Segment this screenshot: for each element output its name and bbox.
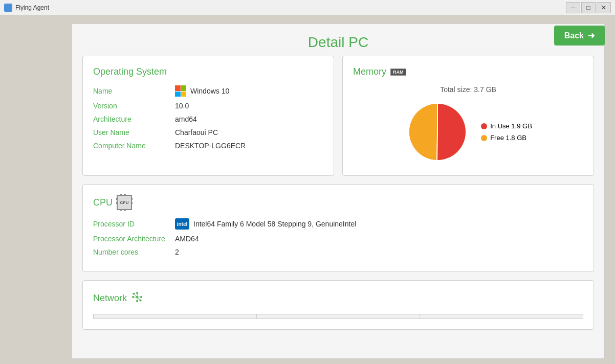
- free-dot: [481, 135, 487, 141]
- os-card: Operating System Name Windows 10 Vers: [82, 56, 334, 176]
- cpu-processor-id-value: intel Intel64 Family 6 Model 58 Stepping…: [175, 218, 356, 230]
- os-computername-row: Computer Name DESKTOP-LGG6ECR: [93, 142, 323, 150]
- cpu-arch-label: Processor Architecture: [93, 235, 175, 243]
- legend-free: Free 1.8 GB: [481, 134, 532, 142]
- os-name-row: Name Windows 10: [93, 85, 323, 97]
- memory-card: Memory RAM Total size: 3.7 GB: [342, 56, 594, 176]
- app-icon: [4, 4, 12, 12]
- cpu-chip-icon: CPU: [117, 195, 132, 210]
- back-label: Back: [564, 31, 584, 40]
- os-header-label: Operating System: [93, 66, 167, 77]
- cpu-card: CPU CPU Processor ID intel Intel6: [82, 184, 594, 272]
- os-name-label: Name: [93, 87, 175, 95]
- memory-header-label: Memory: [353, 66, 386, 77]
- back-button[interactable]: Back ➜: [554, 26, 605, 46]
- memory-chart-area: In Use 1.9 GB Free 1.8 GB: [404, 99, 532, 165]
- in-use-label: In Use 1.9 GB: [490, 122, 532, 130]
- svg-line-15: [137, 297, 141, 301]
- network-col-2: [257, 314, 420, 319]
- os-computername-label: Computer Name: [93, 142, 175, 150]
- back-arrow-icon: ➜: [588, 31, 595, 40]
- svg-line-2: [437, 132, 437, 160]
- network-table-header: [94, 314, 583, 319]
- close-button[interactable]: ✕: [597, 2, 611, 13]
- top-row: Operating System Name Windows 10 Vers: [82, 56, 594, 184]
- content-panel: Detail PC Operating System Name: [72, 24, 605, 359]
- legend-in-use: In Use 1.9 GB: [481, 122, 532, 130]
- os-name-value: Windows 10: [175, 85, 229, 97]
- cpu-arch-value: AMD64: [175, 235, 199, 243]
- network-header-label: Network: [93, 293, 127, 304]
- free-label: Free 1.8 GB: [490, 134, 526, 142]
- cpu-processor-id-row: Processor ID intel Intel64 Family 6 Mode…: [93, 218, 583, 230]
- in-use-dot: [481, 123, 487, 129]
- maximize-button[interactable]: □: [581, 2, 596, 13]
- titlebar: Flying Agent ─ □ ✕: [0, 0, 615, 15]
- os-username-row: User Name Charfaoui PC: [93, 128, 323, 136]
- page-title: Detail PC: [72, 24, 604, 56]
- network-card: Network: [82, 280, 594, 330]
- os-computername-value: DESKTOP-LGG6ECR: [175, 142, 246, 150]
- minimize-button[interactable]: ─: [566, 2, 580, 13]
- svg-line-14: [134, 294, 138, 298]
- cpu-cores-label: Number cores: [93, 248, 175, 256]
- cpu-cores-value: 2: [175, 248, 179, 256]
- memory-content: Total size: 3.7 GB: [353, 85, 583, 165]
- os-version-label: Version: [93, 102, 175, 110]
- cpu-header-label: CPU: [93, 197, 113, 208]
- app-title: Flying Agent: [15, 4, 566, 11]
- os-version-value: 10.0: [175, 102, 189, 110]
- memory-header: Memory RAM: [353, 66, 583, 77]
- cpu-arch-row: Processor Architecture AMD64: [93, 235, 583, 243]
- cpu-cores-row: Number cores 2: [93, 248, 583, 256]
- windows-logo-icon: [175, 85, 186, 97]
- network-icon: [131, 291, 143, 306]
- os-arch-label: Architecture: [93, 115, 175, 123]
- cpu-header: CPU CPU: [93, 195, 583, 210]
- os-username-label: User Name: [93, 128, 175, 136]
- ram-icon: RAM: [390, 69, 406, 76]
- os-arch-value: amd64: [175, 115, 197, 123]
- os-header: Operating System: [93, 66, 323, 77]
- os-version-row: Version 10.0: [93, 102, 323, 110]
- network-col-1: [94, 314, 257, 319]
- scroll-container[interactable]: Operating System Name Windows 10 Vers: [72, 56, 604, 359]
- window-controls: ─ □ ✕: [566, 2, 611, 13]
- memory-pie-chart: [404, 99, 471, 165]
- network-header: Network: [93, 291, 583, 306]
- os-username-value: Charfaoui PC: [175, 128, 218, 136]
- os-arch-row: Architecture amd64: [93, 115, 323, 123]
- intel-icon: intel: [175, 218, 189, 230]
- memory-legend: In Use 1.9 GB Free 1.8 GB: [481, 122, 532, 142]
- memory-total-label: Total size: 3.7 GB: [440, 85, 496, 94]
- network-table: [93, 314, 583, 319]
- network-col-3: [420, 314, 583, 319]
- cpu-processor-id-label: Processor ID: [93, 220, 175, 228]
